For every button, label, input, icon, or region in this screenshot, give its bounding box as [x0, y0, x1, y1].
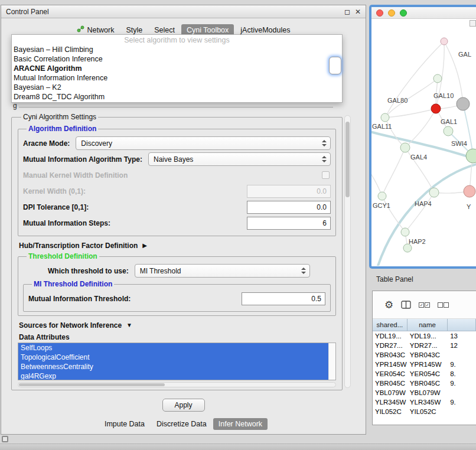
- apply-button[interactable]: Apply: [162, 399, 205, 412]
- column-header-name[interactable]: name: [407, 319, 448, 331]
- mi-type-value: Naive Bayes: [154, 155, 318, 164]
- graph-node[interactable]: [441, 38, 448, 45]
- attribute-list-scrollbar[interactable]: [328, 343, 335, 380]
- algorithm-option[interactable]: ARACNE Algorithm: [12, 64, 342, 73]
- table-row[interactable]: YPR145WYPR145W9.: [373, 360, 476, 369]
- table-cell: 13: [448, 332, 476, 340]
- table-cell: YBR045C: [373, 380, 407, 387]
- obscured-text: g: [13, 102, 17, 110]
- graph-node[interactable]: [431, 104, 441, 113]
- tab-impute-data[interactable]: Impute Data: [99, 418, 150, 430]
- graph-node[interactable]: [444, 126, 453, 136]
- table-cell: YBR043C: [373, 351, 407, 358]
- scrollbar-thumb[interactable]: [345, 122, 350, 197]
- table-row[interactable]: YBL079WYBL079W: [373, 388, 476, 397]
- table-row[interactable]: YER054CYER054C8.: [373, 369, 476, 379]
- column-header-shared-name[interactable]: shared...: [373, 319, 407, 331]
- algorithm-option[interactable]: Dream8 DC_TDC Algorithm: [12, 92, 342, 102]
- table-cell: YIL052C: [373, 408, 407, 415]
- close-traffic-light-icon[interactable]: [376, 9, 383, 17]
- mi-type-row: Mutual Information Algorithm Type: Naive…: [23, 152, 331, 166]
- table-row[interactable]: YLR345WYLR345W9.: [373, 397, 476, 407]
- table-cell: YDR27...: [373, 342, 407, 349]
- tab-label: Network: [87, 26, 115, 34]
- scrollbar-thumb[interactable]: [19, 383, 165, 386]
- table-row[interactable]: YBR043CYBR043C: [373, 350, 476, 360]
- graph-node[interactable]: [433, 74, 442, 83]
- control-panel-titlebar[interactable]: Control Panel ◻ ✕: [1, 5, 366, 18]
- dpi-tolerance-field[interactable]: 0.0: [247, 201, 331, 214]
- mi-threshold-group: MI Threshold Definition Mutual Informati…: [23, 280, 331, 312]
- table-row[interactable]: YDL19...YDL19...13: [373, 331, 476, 341]
- hub-definition-label: Hub/Transcription Factor Definition: [19, 242, 138, 250]
- tab-label: Infer Network: [219, 420, 262, 428]
- table-row[interactable]: YDR27...YDR27...12: [373, 341, 476, 350]
- graph-node[interactable]: [429, 188, 439, 197]
- settings-scrollbar[interactable]: [344, 115, 351, 388]
- network-view-window: GALGAL80GAL10GAL11GAL1SWI4GAL4GCY1HAP4YH…: [369, 5, 476, 269]
- which-threshold-select[interactable]: MI Threshold: [135, 264, 310, 278]
- attribute-hscrollbar[interactable]: [18, 382, 336, 387]
- minimized-panel-icon[interactable]: [2, 436, 8, 442]
- window-title: Control Panel: [6, 8, 49, 16]
- mi-threshold-field[interactable]: 0.5: [242, 292, 325, 305]
- column-selector-icon[interactable]: [401, 301, 411, 309]
- attribute-item[interactable]: BetweennessCentrality: [18, 362, 328, 371]
- tab-discretize-data[interactable]: Discretize Data: [151, 418, 212, 430]
- network-canvas[interactable]: GALGAL80GAL10GAL11GAL1SWI4GAL4GCY1HAP4YH…: [371, 19, 476, 266]
- table-cell: YBR043C: [407, 351, 448, 358]
- tab-infer-network[interactable]: Infer Network: [213, 418, 268, 430]
- table-header: shared... name: [373, 319, 476, 331]
- graph-node[interactable]: [401, 228, 409, 236]
- hub-definition-toggle[interactable]: Hub/Transcription Factor Definition ▶: [19, 242, 335, 250]
- sources-toggle[interactable]: Sources for Network Inference ▼: [19, 321, 335, 330]
- attribute-item[interactable]: gal4RGexp: [18, 371, 328, 380]
- table-row[interactable]: YIL052CYIL052C: [373, 407, 476, 416]
- graph-node[interactable]: [457, 97, 470, 110]
- obscured-groupbox-edge: [19, 107, 333, 107]
- threshold-definition-legend: Threshold Definition: [27, 252, 99, 260]
- canvas-scrollbar-stub[interactable]: [470, 20, 476, 27]
- graph-node[interactable]: [400, 143, 410, 152]
- attribute-list[interactable]: SelfLoopsTopologicalCoefficientBetweenne…: [18, 343, 336, 380]
- network-graph[interactable]: GALGAL80GAL10GAL11GAL1SWI4GAL4GCY1HAP4YH…: [371, 19, 476, 266]
- aracne-mode-label: Aracne Mode:: [23, 139, 70, 148]
- select-all-checkboxes-icon[interactable]: ✓✓: [419, 302, 430, 308]
- network-window-titlebar[interactable]: [371, 7, 476, 19]
- float-window-icon[interactable]: ◻: [344, 8, 350, 15]
- graph-node[interactable]: [464, 185, 475, 197]
- table-cell: 9.: [448, 399, 476, 406]
- mi-type-select[interactable]: Naive Bayes: [148, 152, 331, 166]
- table-cell: YDR27...: [407, 342, 448, 349]
- window-controls: ◻ ✕: [344, 8, 361, 15]
- graph-node[interactable]: [403, 244, 412, 252]
- algorithm-option[interactable]: Bayesian – K2: [12, 83, 342, 92]
- table-row[interactable]: YBR045CYBR045C9.: [373, 379, 476, 388]
- aracne-mode-select[interactable]: Discovery: [76, 136, 331, 150]
- minimize-traffic-light-icon[interactable]: [388, 9, 395, 17]
- node-label: GCY1: [373, 202, 390, 209]
- graph-node[interactable]: [381, 113, 389, 122]
- deselect-all-checkboxes-icon[interactable]: [438, 302, 449, 308]
- table-cell: YDL19...: [407, 332, 448, 340]
- zoom-traffic-light-icon[interactable]: [400, 9, 407, 17]
- algorithm-option[interactable]: Basic Correlation Inference: [12, 54, 342, 64]
- mi-steps-row: Mutual Information Steps: 6: [23, 216, 331, 230]
- mi-steps-field[interactable]: 6: [247, 217, 331, 230]
- attribute-item[interactable]: SelfLoops: [18, 343, 328, 353]
- algorithm-option[interactable]: Bayesian – Hill Climbing: [12, 45, 342, 54]
- kernel-width-row: Kernel Width (0,1): 0.0: [23, 184, 331, 198]
- table-cell: YPR145W: [407, 361, 448, 368]
- algorithm-definition-group: Algorithm Definition Aracne Mode: Discov…: [18, 125, 336, 236]
- attribute-item[interactable]: TopologicalCoefficient: [18, 353, 328, 362]
- gear-icon[interactable]: ⚙: [384, 300, 393, 310]
- mi-threshold-label: Mutual Information Threshold:: [28, 295, 131, 303]
- close-window-icon[interactable]: ✕: [355, 8, 361, 15]
- manual-kernel-checkbox[interactable]: [322, 171, 330, 179]
- data-attributes-label: Data Attributes: [19, 333, 335, 341]
- manual-kernel-row: Manual Kernel Width Definition: [23, 168, 331, 182]
- graph-node[interactable]: [378, 192, 386, 200]
- column-header-cut[interactable]: [448, 319, 476, 331]
- algorithm-option[interactable]: Mutual Information Inference: [12, 73, 342, 83]
- kernel-width-field[interactable]: 0.0: [247, 185, 331, 198]
